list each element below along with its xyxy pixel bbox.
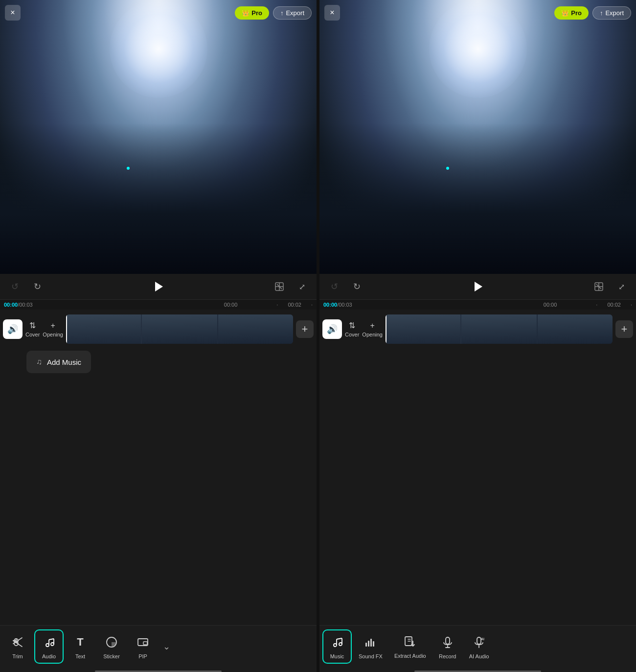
left-video-preview: × 👑 Pro ↑ Export <box>0 0 317 274</box>
svg-rect-26 <box>373 641 374 647</box>
left-close-button[interactable]: × <box>5 5 21 21</box>
extract-audio-icon <box>401 633 419 650</box>
submenu-record[interactable]: Record <box>433 629 462 664</box>
music-label: Music <box>330 653 344 659</box>
left-timeline-area: 00:00 / 00:03 00:00 · 00:02 · 🔊 ⇅ Cover … <box>0 299 317 376</box>
strip-frame-3 <box>218 314 293 344</box>
sticker-label: Sticker <box>103 653 120 659</box>
right-ruler-marker2: 00:02 <box>607 302 621 308</box>
tool-pip[interactable]: PIP <box>128 629 158 664</box>
more-button[interactable]: ⌄ <box>159 640 173 653</box>
right-add-button[interactable]: + <box>615 320 633 338</box>
left-controls-bar: ↺ ↻ ⤢ <box>0 274 317 299</box>
export-icon-left: ↑ <box>280 9 284 17</box>
left-redo-button[interactable]: ↻ <box>30 280 44 293</box>
right-total-time: 00:03 <box>339 302 352 308</box>
left-undo-button[interactable]: ↺ <box>8 280 22 293</box>
export-icon-right: ↑ <box>600 9 603 17</box>
left-volume-button[interactable]: 🔊 <box>3 319 23 339</box>
audio-label: Audio <box>42 653 56 659</box>
trim-label: Trim <box>12 653 23 659</box>
left-opening-label: Opening <box>43 332 63 337</box>
left-video-bg <box>0 0 317 274</box>
right-opening-button[interactable]: + Opening <box>362 321 383 337</box>
cover-icon-left: ⇅ <box>29 321 36 330</box>
record-icon <box>439 633 456 651</box>
ai-audio-icon: AI <box>470 633 488 651</box>
crown-icon-left: 👑 <box>242 9 250 17</box>
strip-frame-r2 <box>461 314 536 344</box>
svg-point-19 <box>339 643 342 646</box>
cover-icon-right: ⇅ <box>349 321 355 330</box>
svg-point-7 <box>51 643 54 646</box>
svg-line-10 <box>49 639 54 640</box>
dot-indicator-right <box>446 167 449 170</box>
sticker-icon <box>103 633 120 651</box>
left-export-label: Export <box>286 9 304 17</box>
submenu-music[interactable]: Music <box>322 629 352 664</box>
crown-icon-right: 👑 <box>561 9 569 17</box>
right-play-button[interactable] <box>469 278 487 295</box>
right-volume-button[interactable]: 🔊 <box>322 319 342 339</box>
strip-frame-r3 <box>538 314 613 344</box>
right-close-button[interactable]: × <box>324 5 340 21</box>
right-export-button[interactable]: ↑ Export <box>592 6 631 20</box>
left-play-triangle <box>155 282 163 291</box>
right-panel: × 👑 Pro ↑ Export ↺ ↻ <box>319 0 636 672</box>
ai-audio-label: AI Audio <box>469 653 489 659</box>
left-cover-button[interactable]: ⇅ Cover <box>25 321 40 337</box>
right-timeline-area: 00:00 / 00:03 00:00 · 00:02 · 🔊 ⇅ Cover … <box>319 299 636 349</box>
right-cover-label: Cover <box>345 332 359 337</box>
right-trim-button[interactable] <box>592 280 606 293</box>
tool-text[interactable]: T Text <box>66 629 95 664</box>
submenu-sound-fx[interactable]: Sound FX <box>354 629 387 664</box>
add-music-popup[interactable]: ♫ Add Music <box>26 351 91 373</box>
opening-icon-left: + <box>50 321 55 330</box>
tool-sticker[interactable]: Sticker <box>97 629 126 664</box>
left-opening-button[interactable]: + Opening <box>43 321 63 337</box>
submenu-extract-audio[interactable]: Extract Audio <box>389 629 431 664</box>
left-play-button[interactable] <box>150 278 167 295</box>
right-cover-button[interactable]: ⇅ Cover <box>345 321 359 337</box>
tool-trim[interactable]: Trim <box>3 629 32 664</box>
left-timeline-tracks: 🔊 ⇅ Cover + Opening + <box>0 310 317 349</box>
trim-icon <box>9 633 26 651</box>
left-fullscreen-button[interactable]: ⤢ <box>295 280 309 293</box>
left-ruler-marker1: 00:00 <box>224 302 238 308</box>
left-ruler-marker2: 00:02 <box>288 302 301 308</box>
right-redo-button[interactable]: ↻ <box>350 280 363 293</box>
sound-fx-icon <box>362 633 379 651</box>
submenu-ai-audio[interactable]: AI AI Audio <box>464 629 494 664</box>
left-bottom-toolbar: Trim Audio T Text <box>0 625 317 669</box>
left-panel-header: × 👑 Pro ↑ Export <box>0 5 317 21</box>
svg-rect-28 <box>446 637 450 644</box>
svg-rect-25 <box>370 639 372 647</box>
svg-rect-31 <box>477 637 481 644</box>
left-timeline-cursor <box>66 314 67 344</box>
right-audio-submenu: Music Sound FX <box>319 625 636 669</box>
right-timeline-tracks: 🔊 ⇅ Cover + Opening + <box>319 310 636 349</box>
extract-audio-label: Extract Audio <box>394 653 426 659</box>
right-fullscreen-button[interactable]: ⤢ <box>614 280 628 293</box>
music-note-icon: ♫ <box>36 358 42 366</box>
left-add-button[interactable]: + <box>296 320 314 338</box>
right-video-strip <box>386 314 613 344</box>
left-pro-button[interactable]: 👑 Pro <box>235 6 269 20</box>
left-ruler-dot2: · <box>311 302 313 308</box>
left-trim-button[interactable] <box>273 280 286 293</box>
right-ruler-marker1: 00:00 <box>544 302 557 308</box>
left-export-button[interactable]: ↑ Export <box>273 6 312 20</box>
right-panel-header: × 👑 Pro ↑ Export <box>319 5 636 21</box>
tool-audio[interactable]: Audio <box>34 629 64 664</box>
right-pro-button[interactable]: 👑 Pro <box>554 6 589 20</box>
right-undo-button[interactable]: ↺ <box>327 280 341 293</box>
music-icon <box>328 633 346 651</box>
svg-rect-24 <box>368 641 369 647</box>
main-area: × 👑 Pro ↑ Export ↺ ↻ <box>0 0 636 672</box>
dot-indicator-left <box>127 167 130 170</box>
trees-right <box>319 123 636 274</box>
audio-icon <box>40 633 58 651</box>
pip-icon <box>134 633 152 651</box>
text-icon: T <box>71 633 89 651</box>
right-current-time: 00:00 <box>323 302 337 308</box>
